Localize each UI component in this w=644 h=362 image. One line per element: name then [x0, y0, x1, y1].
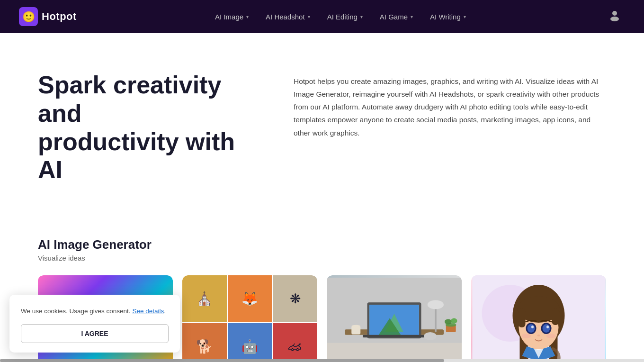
chevron-down-icon: ▾	[246, 14, 249, 19]
svg-rect-43	[519, 308, 526, 327]
hero-description: Hotpot helps you create amazing images, …	[294, 75, 606, 139]
svg-point-51	[537, 335, 540, 336]
svg-point-52	[522, 334, 531, 338]
card-ai-logos[interactable]: ⛪ 🦊 ❋ 🐕 🤖 🏎 AI logos	[182, 275, 317, 362]
chevron-down-icon: ▾	[308, 14, 310, 19]
card-ai-logos-image: ⛪ 🦊 ❋ 🐕 🤖 🏎	[182, 275, 317, 362]
svg-point-26	[424, 332, 437, 340]
logo-cell-robot: 🤖	[228, 323, 272, 362]
user-icon[interactable]	[604, 7, 625, 27]
cookie-banner: We use cookies. Usage gives consent. See…	[9, 295, 180, 353]
logo-cell-fox: 🦊	[228, 275, 272, 322]
logo-cell-church: ⛪	[182, 275, 227, 322]
nav-item-ai-writing[interactable]: AI Writing ▾	[422, 9, 474, 25]
logo-cell-flower: ❋	[273, 275, 317, 322]
svg-text:🙂: 🙂	[22, 10, 36, 23]
svg-point-34	[451, 318, 457, 324]
svg-point-49	[531, 326, 534, 328]
card-ai-stock-photos[interactable]: AI stock photos	[327, 275, 462, 362]
logo-cell-car: 🏎	[273, 323, 317, 362]
card-ai-anime[interactable]: AI anime	[471, 275, 606, 362]
navbar-right	[604, 7, 625, 27]
svg-point-30	[351, 325, 360, 328]
hero-title: Spark creativity and productivity with A…	[38, 71, 265, 184]
hero-right: Hotpot helps you create amazing images, …	[294, 71, 606, 139]
nav-item-ai-editing[interactable]: AI Editing ▾	[320, 9, 370, 25]
chevron-down-icon: ▾	[360, 14, 363, 19]
navbar: 🙂 Hotpot AI Image ▾ AI Headshot ▾ AI Edi…	[0, 0, 644, 33]
cookie-see-details-link[interactable]: See details	[132, 308, 164, 315]
hotpot-logo-icon: 🙂	[19, 7, 38, 26]
svg-point-48	[543, 324, 550, 333]
scroll-bar-thumb	[0, 359, 444, 362]
chevron-down-icon: ▾	[464, 14, 466, 19]
svg-point-53	[546, 334, 556, 338]
hero-section: Spark creativity and productivity with A…	[0, 33, 644, 228]
nav-item-ai-image[interactable]: AI Image ▾	[207, 9, 256, 25]
section-subtitle: Visualize ideas	[38, 254, 606, 262]
scroll-bar[interactable]	[0, 359, 644, 362]
svg-rect-44	[552, 308, 559, 325]
nav-item-ai-game[interactable]: AI Game ▾	[372, 9, 420, 25]
logo-cell-dog: 🐕	[182, 323, 227, 362]
card-ai-stock-photos-image	[327, 275, 462, 362]
svg-point-33	[445, 319, 452, 325]
cookie-text: We use cookies. Usage gives consent. See…	[21, 306, 169, 317]
hero-left: Spark creativity and productivity with A…	[38, 71, 265, 199]
card-ai-anime-image	[471, 275, 606, 362]
navbar-logo-group[interactable]: 🙂 Hotpot	[19, 7, 77, 26]
section-title: AI Image Generator	[38, 237, 606, 252]
main-nav: AI Image ▾ AI Headshot ▾ AI Editing ▾ AI…	[207, 9, 474, 25]
brand-name: Hotpot	[42, 10, 77, 23]
svg-rect-25	[363, 335, 426, 338]
svg-point-3	[610, 17, 619, 21]
svg-point-50	[546, 326, 549, 328]
svg-point-28	[428, 300, 444, 309]
svg-point-47	[528, 324, 535, 333]
cookie-agree-button[interactable]: I AGREE	[21, 324, 169, 343]
svg-rect-27	[435, 307, 437, 332]
nav-item-ai-headshot[interactable]: AI Headshot ▾	[258, 9, 318, 25]
chevron-down-icon: ▾	[411, 14, 413, 19]
svg-point-2	[612, 11, 617, 16]
